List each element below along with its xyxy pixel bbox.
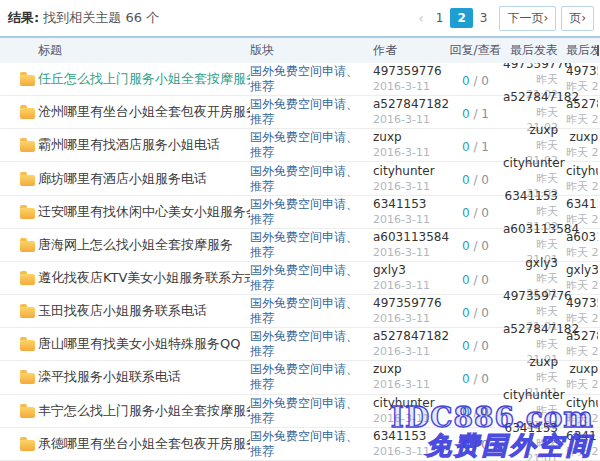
forum-link[interactable]: 国外免费空间申请、 — [250, 130, 358, 144]
author-link[interactable]: 497359776 — [373, 296, 442, 310]
next-page-button[interactable]: 下一页› — [499, 6, 556, 31]
last-page-button[interactable]: 页› — [561, 6, 594, 31]
author-link[interactable]: cityhunter — [373, 164, 435, 178]
topic-title[interactable]: 唐海网上怎么找小姐全套按摩服务 — [38, 236, 250, 254]
topic-icon-cell — [0, 72, 38, 86]
author-link[interactable]: zuxp — [373, 130, 402, 144]
folder-icon — [20, 241, 35, 252]
last-post-author[interactable]: zuxp — [529, 123, 558, 137]
folder-icon — [20, 108, 35, 119]
author-link[interactable]: gxly3 — [373, 263, 406, 277]
forum-link[interactable]: 国外免费空间申请、 — [250, 263, 358, 277]
forum-link[interactable]: 国外免费空间申请、 — [250, 396, 358, 410]
folder-icon — [20, 75, 35, 86]
last-post-time-clipped: 昨天 21:01 — [566, 412, 598, 425]
forum-link[interactable]: 国外免费空间申请、 — [250, 164, 358, 178]
reply-count: 0 — [462, 74, 470, 88]
reply-separator: / — [470, 306, 482, 320]
author-link[interactable]: cityhunter — [373, 396, 435, 410]
forum-link-line2[interactable]: 推荐 — [250, 79, 274, 93]
folder-icon — [20, 373, 35, 384]
reply-count: 0 — [462, 273, 470, 287]
forum-link[interactable]: 国外免费空间申请、 — [250, 296, 358, 310]
forum-link-line2[interactable]: 推荐 — [250, 212, 274, 226]
topic-lastpost-cell-clipped: cityhunter 昨天 21:02 — [566, 164, 598, 194]
header-author: 作者 — [373, 42, 448, 59]
reply-count: 0 — [462, 372, 470, 386]
topic-title[interactable]: 唐山哪里有找美女小姐特殊服务QQ — [38, 335, 250, 353]
last-post-author[interactable]: cityhunter — [503, 156, 565, 170]
view-count: 1 — [481, 140, 489, 154]
results-bar: 结果: 找到相关主题 66 个 ‹ 1 2 3 下一页› 页› — [0, 0, 600, 36]
last-post-author[interactable]: gxly3 — [525, 256, 558, 270]
last-post-author-clipped: 6341153 — [566, 197, 598, 211]
prev-page-arrow-icon[interactable]: ‹ — [413, 10, 429, 26]
forum-link-line2[interactable]: 推荐 — [250, 278, 274, 292]
forum-link[interactable]: 国外免费空间申请、 — [250, 197, 358, 211]
author-link[interactable]: zuxp — [373, 362, 402, 376]
results-label: 结果: — [8, 10, 39, 25]
topic-title[interactable]: 承德哪里有坐台小姐全套包夜开房服务 — [38, 435, 250, 453]
author-link[interactable]: 6341153 — [373, 429, 426, 443]
forum-link[interactable]: 国外免费空间申请、 — [250, 362, 358, 376]
topic-replies-cell: 0 / 0 — [448, 302, 503, 321]
forum-link-line2[interactable]: 推荐 — [250, 377, 274, 391]
last-post-author-clipped: cityhunter — [566, 164, 598, 178]
reply-separator: / — [470, 140, 482, 154]
topic-title[interactable]: 遵化找夜店KTV美女小姐服务联系方式 — [38, 269, 250, 287]
last-post-author[interactable]: 6341153 — [505, 189, 558, 203]
forum-link-line2[interactable]: 推荐 — [250, 444, 274, 458]
topic-author-cell: cityhunter 2016-3-11 — [373, 164, 448, 194]
page-button-2-active[interactable]: 2 — [450, 8, 472, 28]
topic-icon-cell — [0, 138, 38, 152]
topic-replies-cell: 0 / 1 — [448, 136, 503, 155]
author-link[interactable]: a527847182 — [373, 97, 449, 111]
topic-title[interactable]: 丰宁怎么找上门服务小姐全套按摩服务联系电话 — [38, 402, 250, 420]
topic-title[interactable]: 玉田找夜店小姐服务联系电话 — [38, 302, 250, 320]
page-button-1[interactable]: 1 — [429, 8, 451, 28]
topic-title[interactable]: 廊坊哪里有酒店小姐服务电话 — [38, 170, 250, 188]
topic-replies-cell: 0 / 0 — [448, 368, 503, 387]
forum-link[interactable]: 国外免费空间申请、 — [250, 64, 358, 78]
reply-count: 0 — [462, 140, 470, 154]
last-post-time-clipped: 昨天 21:01 — [566, 378, 598, 391]
folder-icon — [20, 141, 35, 152]
author-link[interactable]: a603113584 — [373, 230, 449, 244]
forum-link[interactable]: 国外免费空间申请、 — [250, 429, 358, 443]
header-replies: 回复/查看 — [448, 42, 503, 59]
last-post-author[interactable]: 497359776 — [503, 289, 572, 303]
topic-author-cell: 6341153 2016-3-11 — [373, 429, 448, 459]
forum-link-line2[interactable]: 推荐 — [250, 145, 274, 159]
forum-link[interactable]: 国外免费空间申请、 — [250, 97, 358, 111]
topic-lastpost-cell-clipped: cityhunter 昨天 21:01 — [566, 396, 598, 426]
reply-separator: / — [470, 405, 482, 419]
post-date: 2016-3-11 — [373, 312, 430, 325]
topic-lastpost-cell: 6341153 昨天 21:01 — [503, 421, 558, 461]
last-post-author[interactable]: zuxp — [529, 355, 558, 369]
forum-link-line2[interactable]: 推荐 — [250, 311, 274, 325]
folder-icon — [20, 274, 35, 285]
author-link[interactable]: a527847182 — [373, 329, 449, 343]
author-link[interactable]: 6341153 — [373, 197, 426, 211]
forum-link[interactable]: 国外免费空间申请、 — [250, 329, 358, 343]
page-button-3[interactable]: 3 — [473, 8, 495, 28]
forum-link-line2[interactable]: 推荐 — [250, 344, 274, 358]
forum-link-line2[interactable]: 推荐 — [250, 112, 274, 126]
topic-title[interactable]: 迁安哪里有找休闲中心美女小姐服务会所小妹联系方式 — [38, 203, 250, 221]
header-lastpost: 最后发表 — [503, 42, 558, 59]
last-post-author[interactable]: 6341153 — [505, 421, 558, 435]
last-post-author-clipped: a603113584 — [566, 230, 598, 244]
topic-title[interactable]: 霸州哪里有找酒店服务小姐电话 — [38, 136, 250, 154]
forum-link[interactable]: 国外免费空间申请、 — [250, 230, 358, 244]
topic-lastpost-cell-clipped: a527847182 昨天 21:02 — [566, 97, 598, 127]
author-link[interactable]: 497359776 — [373, 64, 442, 78]
topic-title[interactable]: 滦平找服务小姐联系电话 — [38, 368, 250, 386]
last-post-author[interactable]: cityhunter — [503, 388, 565, 402]
forum-link-line2[interactable]: 推荐 — [250, 245, 274, 259]
forum-link-line2[interactable]: 推荐 — [250, 179, 274, 193]
last-post-author-clipped: 497359776 — [566, 64, 598, 78]
topic-title[interactable]: 沧州哪里有坐台小姐全套包夜开房服务 — [38, 103, 250, 121]
forum-link-line2[interactable]: 推荐 — [250, 411, 274, 425]
topic-title[interactable]: 任丘怎么找上门服务小姐全套按摩服务联系电话 — [38, 70, 250, 88]
last-post-author-clipped: cityhunter — [566, 396, 598, 410]
